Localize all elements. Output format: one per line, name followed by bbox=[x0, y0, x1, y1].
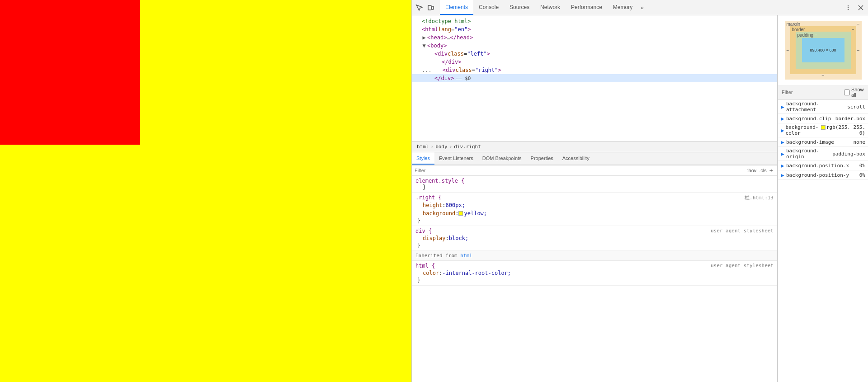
tab-console[interactable]: Console bbox=[473, 0, 504, 15]
dom-line-doctype[interactable]: <!doctype html> bbox=[412, 17, 777, 25]
computed-prop-bg-clip: ▶ background-clip border-box bbox=[778, 114, 868, 123]
filter-hov-btn[interactable]: :hov bbox=[746, 167, 758, 174]
svg-rect-1 bbox=[432, 6, 434, 9]
prop-arrow: ▶ bbox=[781, 151, 786, 156]
prop-value: scroll bbox=[847, 104, 865, 110]
prop-value: rgb(255, 255, 0) bbox=[818, 124, 865, 136]
dom-tree[interactable]: <!doctype html> <html lang="en" > ▶ <hea… bbox=[412, 15, 777, 141]
dom-line-div-right-close[interactable]: </div> == $0 bbox=[412, 74, 777, 82]
prop-name: background-clip bbox=[786, 116, 835, 122]
margin-dash-top-right: − bbox=[857, 22, 860, 27]
dom-equals: == $0 bbox=[456, 75, 471, 81]
svg-point-2 bbox=[848, 5, 849, 6]
devtools-panel: Elements Console Sources Network Perform… bbox=[411, 0, 868, 382]
inherited-from-link[interactable]: html bbox=[460, 253, 472, 259]
breadcrumb-item-div-right[interactable]: div.right bbox=[453, 143, 482, 150]
tab-memory[interactable]: Memory bbox=[608, 0, 638, 15]
computed-prop-bg-pos-y: ▶ background-position-y 0% bbox=[778, 170, 868, 180]
styles-filter-bar: :hov .cls + bbox=[412, 165, 777, 176]
style-prop-display: display : block; bbox=[415, 234, 774, 242]
more-tabs-btn[interactable]: » bbox=[638, 0, 646, 15]
style-rule-element: element.style { } bbox=[412, 176, 777, 193]
style-file-div: user agent stylesheet bbox=[711, 228, 774, 234]
styles-content[interactable]: element.style { } .right { 栏.html:13 hei… bbox=[412, 176, 777, 382]
attr-value-en: "en" bbox=[454, 26, 467, 33]
tab-performance[interactable]: Performance bbox=[566, 0, 608, 15]
tab-styles[interactable]: Styles bbox=[412, 152, 434, 165]
style-selector-div: div { bbox=[415, 228, 432, 234]
tab-accessibility[interactable]: Accessibility bbox=[558, 152, 594, 165]
computed-prop-bg-origin: ▶ background-origin padding-box bbox=[778, 147, 868, 161]
tab-event-listeners[interactable]: Event Listeners bbox=[434, 152, 478, 165]
tab-elements[interactable]: Elements bbox=[440, 0, 473, 15]
dom-line-html[interactable]: <html lang="en" > bbox=[412, 25, 777, 33]
box-model-container: margin − border − padding − 890.400 × 60… bbox=[778, 15, 868, 85]
show-all-checkbox[interactable] bbox=[844, 90, 850, 95]
computed-prop-bg-pos-x: ▶ background-position-x 0% bbox=[778, 161, 868, 170]
style-selector: element.style { bbox=[415, 178, 464, 184]
style-prop-background: background : yellow; bbox=[415, 209, 774, 217]
prop-arrow: ▶ bbox=[781, 140, 786, 145]
prop-arrow: ▶ bbox=[781, 128, 786, 133]
box-model-content-size: 890.400 × 600 bbox=[810, 48, 836, 52]
styles-tabs: Styles Event Listeners DOM Breakpoints P… bbox=[412, 152, 777, 165]
computed-prop-bg-attachment: ▶ background-attachment scroll bbox=[778, 100, 868, 114]
border-dash: − bbox=[852, 27, 854, 32]
dom-arrow-div-left bbox=[428, 51, 434, 57]
show-all-label: Show all bbox=[844, 87, 864, 98]
prop-name: background-position-x bbox=[786, 163, 859, 169]
prop-value: 0% bbox=[859, 163, 865, 169]
prop-value: border-box bbox=[835, 116, 865, 122]
customize-devtools-btn[interactable] bbox=[843, 2, 854, 13]
styles-panel: :hov .cls + element.style { } .right { bbox=[412, 165, 777, 382]
computed-panel[interactable]: ▶ background-attachment scroll ▶ backgro… bbox=[778, 100, 868, 382]
svg-rect-0 bbox=[428, 5, 431, 10]
style-file-right[interactable]: 栏.html:13 bbox=[745, 194, 774, 201]
style-selector-right: .right { bbox=[415, 194, 442, 201]
tab-dom-breakpoints[interactable]: DOM Breakpoints bbox=[478, 152, 526, 165]
dom-line-div-left[interactable]: <div class="left" > bbox=[412, 50, 777, 58]
dom-panel: <!doctype html> <html lang="en" > ▶ <hea… bbox=[412, 15, 778, 382]
dom-arrow-head[interactable]: ▶ bbox=[421, 34, 427, 41]
dom-line-div-left-close[interactable]: </div> bbox=[412, 58, 777, 66]
tab-network[interactable]: Network bbox=[535, 0, 566, 15]
dom-ellipsis-line[interactable]: ... <div class="right" > bbox=[412, 66, 777, 74]
prop-name: background-attachment bbox=[786, 101, 847, 113]
inspect-element-btn[interactable] bbox=[414, 2, 425, 13]
style-rule-right: .right { 栏.html:13 height : 600px; backg… bbox=[412, 193, 777, 226]
style-selector-html: html { bbox=[415, 263, 435, 269]
close-devtools-btn[interactable] bbox=[855, 2, 866, 13]
tab-properties[interactable]: Properties bbox=[526, 152, 558, 165]
margin-right: − bbox=[857, 48, 860, 53]
style-rule-html: html { user agent stylesheet color : -in… bbox=[412, 261, 777, 286]
color-swatch-yellow[interactable] bbox=[458, 211, 463, 216]
style-prop-height: height : 600px; bbox=[415, 201, 774, 209]
show-all-text: Show all bbox=[851, 87, 864, 98]
devtools-icons bbox=[414, 2, 436, 13]
prop-name: background-origin bbox=[786, 148, 832, 160]
computed-prop-bg-image: ▶ background-image none bbox=[778, 137, 868, 147]
prop-value: 0% bbox=[859, 172, 865, 178]
add-style-rule-btn[interactable]: + bbox=[768, 167, 774, 174]
inherited-from: Inherited from html bbox=[412, 251, 777, 261]
filter-cls-btn[interactable]: .cls bbox=[758, 167, 768, 174]
styles-filter-input[interactable] bbox=[415, 168, 746, 173]
device-toolbar-btn[interactable] bbox=[425, 2, 436, 13]
padding-label: padding − bbox=[797, 33, 817, 38]
right-panel: margin − border − padding − 890.400 × 60… bbox=[778, 15, 868, 382]
dom-line-body[interactable]: ▼ <body> bbox=[412, 42, 777, 50]
attr-name-lang: lang bbox=[438, 26, 451, 33]
dom-arrow-body[interactable]: ▼ bbox=[421, 42, 427, 49]
computed-filter-input[interactable] bbox=[782, 90, 844, 95]
dom-line-head[interactable]: ▶ <head> … </head> bbox=[412, 33, 777, 42]
margin-bottom: − bbox=[822, 73, 825, 78]
devtools-toolbar: Elements Console Sources Network Perform… bbox=[412, 0, 868, 15]
prop-arrow: ▶ bbox=[781, 173, 786, 178]
computed-filter-row: Show all bbox=[778, 85, 868, 100]
svg-point-4 bbox=[848, 9, 849, 9]
breadcrumb-item-body[interactable]: body bbox=[434, 143, 449, 150]
breadcrumb-item-html[interactable]: html bbox=[415, 143, 430, 150]
tag-bracket: < bbox=[422, 26, 425, 33]
tab-sources[interactable]: Sources bbox=[504, 0, 535, 15]
prop-name: background-image bbox=[786, 139, 854, 145]
